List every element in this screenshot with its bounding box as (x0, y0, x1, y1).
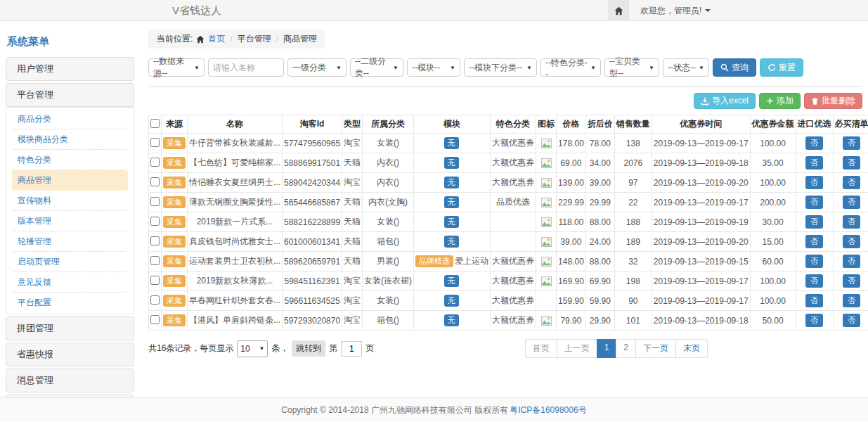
import-excel-button[interactable]: 导入excel (694, 93, 756, 109)
sidebar-item-user-management[interactable]: 用户管理 (6, 57, 134, 81)
row-checkbox[interactable] (150, 217, 160, 226)
sales-cell: 32 (614, 252, 652, 271)
column-header: 名称 (188, 115, 283, 134)
user-menu[interactable]: 欢迎您，管理员! (640, 5, 711, 17)
must-buy-cell: 否 (833, 291, 868, 311)
name-cell: 薄款无钢圈文胸聚拢性... (188, 193, 283, 212)
filter-select[interactable]: --二级分类-- ▼ (350, 58, 403, 77)
sidebar-subitem[interactable]: 平台配置 (12, 293, 128, 312)
sidebar-subitem[interactable]: 宣传物料 (12, 191, 128, 211)
row-checkbox[interactable] (150, 236, 160, 245)
column-header: 价格 (557, 115, 586, 134)
table-header-row: 来源 名称 淘客Id 类型 所属分类 模块 特色分类 (149, 115, 868, 134)
sidebar-subitem[interactable]: 意见反馈 (12, 272, 128, 293)
sidebar-subitem[interactable]: 商品管理 (12, 170, 128, 191)
feature-cell: 大额优惠券 (491, 311, 536, 331)
sidebar-subitem[interactable]: 版本管理 (12, 211, 128, 231)
taoke-id-cell: 588869917501 (283, 153, 342, 173)
image-icon (541, 217, 552, 227)
must-buy-toggle-button[interactable]: 否 (843, 176, 860, 189)
source-cell: 采集 (162, 252, 188, 271)
search-button[interactable]: 查询 (713, 58, 756, 77)
import-toggle-button[interactable]: 否 (805, 196, 823, 209)
pager-item[interactable]: 下一页 (635, 339, 676, 358)
discount-price-cell: 88.00 (585, 252, 614, 271)
must-buy-toggle-button[interactable]: 否 (843, 215, 860, 229)
select-all-checkbox[interactable] (150, 119, 160, 128)
import-toggle-button[interactable]: 否 (805, 156, 823, 170)
image-icon (541, 237, 552, 247)
import-toggle-button[interactable]: 否 (805, 215, 823, 229)
pager-item[interactable]: 上一页 (557, 339, 597, 358)
reset-button[interactable]: 重置 (760, 58, 803, 77)
filter-select-data-source[interactable]: --数据来源-- ▼ (148, 58, 205, 77)
import-toggle-button[interactable]: 否 (805, 314, 823, 327)
source-badge: 采集 (163, 314, 186, 326)
page-size-value: 10 (240, 344, 250, 354)
row-checkbox[interactable] (150, 256, 160, 265)
import-toggle-button[interactable]: 否 (805, 136, 823, 150)
name-search-input[interactable] (208, 58, 284, 77)
import-toggle-button[interactable]: 否 (805, 176, 823, 189)
sidebar-item-group[interactable]: 省惠快报 (6, 343, 134, 366)
must-buy-toggle-button[interactable]: 否 (843, 274, 860, 288)
filter-select[interactable]: --模块下分类-- ▼ (464, 58, 537, 77)
checkbox-cell (149, 212, 162, 232)
row-checkbox[interactable] (150, 295, 160, 305)
sidebar-subitem[interactable]: 启动页管理 (12, 252, 128, 272)
products-table: 来源 名称 淘客Id 类型 所属分类 模块 特色分类 (148, 115, 868, 331)
sidebar-subitem[interactable]: 商品分类 (12, 109, 128, 129)
must-buy-toggle-button[interactable]: 否 (843, 156, 860, 170)
filter-select[interactable]: --模块-- ▼ (407, 58, 460, 77)
jump-button[interactable]: 跳转到 (292, 340, 325, 357)
add-button[interactable]: 添加 (759, 93, 801, 109)
breadcrumb-home-link[interactable]: 首页 (208, 33, 225, 45)
module-extra-text: 爱上运动 (455, 256, 488, 266)
column-header: 特色分类 (491, 115, 536, 134)
batch-delete-label: 批量删除 (822, 95, 855, 107)
name-cell: 2019新款女秋薄款... (188, 271, 283, 291)
row-checkbox[interactable] (150, 138, 160, 147)
jump-suffix: 页 (365, 343, 374, 354)
pager-item[interactable]: 末页 (675, 339, 708, 358)
row-checkbox[interactable] (150, 158, 160, 167)
must-buy-toggle-button[interactable]: 否 (843, 136, 860, 150)
sidebar-subitem[interactable]: 轮播管理 (12, 231, 128, 252)
page-size-select[interactable]: 10 ▼ (237, 340, 268, 357)
sidebar-item-group[interactable]: 消息管理 (6, 369, 134, 392)
import-select-cell: 否 (796, 173, 833, 193)
filter-select[interactable]: 一级分类 ▼ (287, 58, 346, 77)
feature-cell: 大额优惠券 (491, 153, 536, 173)
must-buy-toggle-button[interactable]: 否 (843, 235, 860, 248)
pager-item[interactable]: 2 (616, 339, 636, 358)
home-button[interactable] (608, 0, 629, 21)
filter-select[interactable]: --宝贝类型-- ▼ (604, 58, 659, 77)
filter-select[interactable]: --特色分类-- ▼ (540, 58, 601, 77)
row-checkbox[interactable] (150, 276, 160, 285)
must-buy-toggle-button[interactable]: 否 (843, 294, 860, 307)
coupon-time-cell: 2019-09-13—2019-09-19 (652, 212, 750, 232)
jump-page-input[interactable] (341, 341, 362, 357)
sidebar-subitem[interactable]: 特色分类 (12, 150, 128, 170)
row-checkbox[interactable] (150, 315, 160, 324)
row-checkbox[interactable] (150, 197, 160, 206)
must-buy-toggle-button[interactable]: 否 (843, 255, 860, 268)
pager-item[interactable]: 1 (597, 339, 617, 358)
batch-delete-button[interactable]: 批量删除 (804, 93, 862, 109)
row-checkbox[interactable] (150, 177, 160, 186)
import-toggle-button[interactable]: 否 (805, 294, 823, 307)
must-buy-toggle-button[interactable]: 否 (843, 314, 860, 327)
pager-item[interactable]: 首页 (525, 339, 557, 358)
sidebar-subitem[interactable]: 模块商品分类 (12, 129, 128, 150)
sidebar-item-platform-management[interactable]: 平台管理 (6, 83, 134, 107)
must-buy-toggle-button[interactable]: 否 (843, 196, 860, 209)
import-toggle-button[interactable]: 否 (805, 235, 823, 248)
icp-link[interactable]: 粤ICP备16098006号 (510, 404, 586, 416)
import-select-cell: 否 (796, 311, 833, 331)
jump-prefix: 第 (329, 343, 337, 354)
coupon-time-cell: 2019-09-13—2019-09-17 (652, 291, 750, 311)
import-toggle-button[interactable]: 否 (805, 274, 823, 288)
import-toggle-button[interactable]: 否 (805, 255, 823, 268)
filter-select[interactable]: --状态-- ▼ (663, 58, 709, 77)
sidebar-item-group[interactable]: 拼团管理 (6, 316, 134, 340)
